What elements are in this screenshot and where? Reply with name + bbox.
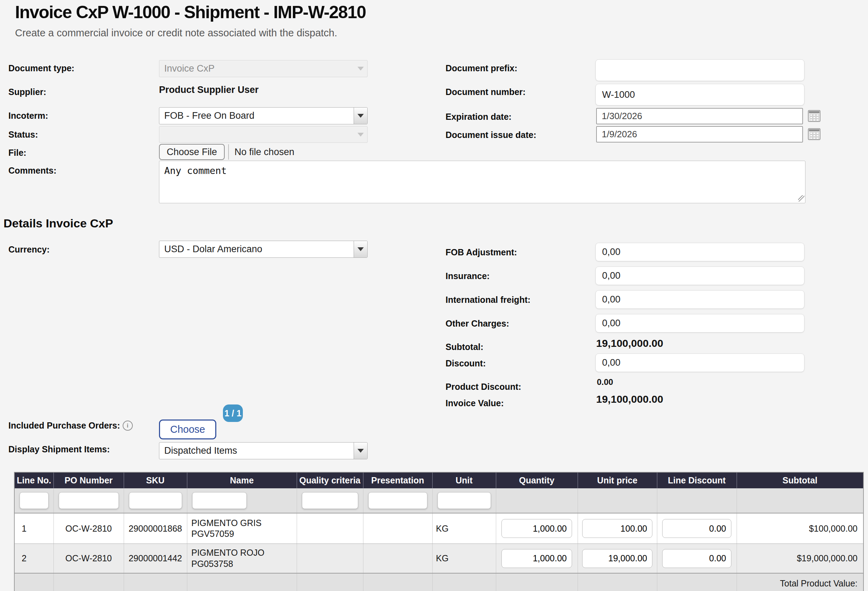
subtotal-value: 19,100,000.00	[596, 338, 663, 349]
col-header-name: Name	[187, 472, 297, 488]
table-header-row: Line No. PO Number SKU Name Quality crit…	[14, 472, 864, 488]
document-type-label: Document type:	[8, 63, 74, 73]
document-type-value: Invoice CxP	[159, 60, 354, 77]
cell-line-no: 2	[14, 544, 53, 573]
cell-sku: 29000001868	[124, 513, 187, 544]
comments-textarea[interactable]: Any comment	[159, 161, 806, 203]
cell-sku: 29000001442	[124, 544, 187, 573]
file-divider	[228, 144, 229, 160]
incoterm-label: Incoterm:	[8, 111, 48, 121]
col-header-line-discount: Line Discount	[657, 472, 737, 488]
cell-unit: KG	[432, 513, 496, 544]
other-charges-label: Other Charges:	[446, 318, 509, 329]
line-discount-input[interactable]	[662, 549, 731, 568]
chevron-down-icon[interactable]	[354, 241, 367, 258]
col-header-subtotal: Subtotal	[737, 472, 864, 488]
included-purchase-orders-label: Included Purchase Orders: i	[8, 420, 133, 431]
page-subtitle: Create a commercial invoice or credit no…	[15, 27, 337, 39]
cell-quality-criteria	[297, 513, 363, 544]
invoice-value-value: 19,100,000.00	[596, 393, 663, 405]
status-select	[159, 126, 368, 143]
table-footer-row: Total Product Value: $19,100,000.00	[14, 573, 864, 591]
subtotal-label: Subtotal:	[446, 342, 483, 352]
expiration-date-input[interactable]	[596, 108, 803, 124]
expiration-date-label: Expiration date:	[446, 112, 512, 122]
col-header-line-no: Line No.	[14, 472, 53, 488]
cell-po-number: OC-W-2810	[53, 513, 124, 544]
col-header-quantity: Quantity	[496, 472, 578, 488]
quantity-input[interactable]	[502, 549, 572, 568]
line-discount-input[interactable]	[662, 519, 731, 538]
details-section-heading: Details Invoice CxP	[3, 217, 113, 230]
chevron-down-icon[interactable]	[354, 442, 367, 459]
supplier-label: Supplier:	[8, 87, 46, 97]
document-prefix-label: Document prefix:	[446, 63, 518, 73]
col-header-sku: SKU	[124, 472, 187, 488]
document-number-input[interactable]	[595, 84, 805, 106]
col-header-po-number: PO Number	[53, 472, 124, 488]
product-discount-value: 0.00	[597, 377, 613, 387]
filter-input-quality-criteria[interactable]	[302, 492, 358, 509]
col-header-unit-price: Unit price	[578, 472, 657, 488]
fob-adjustment-input[interactable]	[595, 243, 805, 261]
table-filter-row	[14, 488, 864, 513]
cell-subtotal: $100,000.00	[737, 513, 864, 544]
cell-quality-criteria	[297, 544, 363, 573]
col-header-quality-criteria: Quality criteria	[297, 472, 363, 488]
info-icon[interactable]: i	[123, 420, 133, 431]
discount-label: Discount:	[446, 358, 486, 368]
table-row: 2 OC-W-2810 29000001442 PIGMENTO ROJO PG…	[14, 544, 864, 573]
document-prefix-input[interactable]	[595, 59, 805, 81]
other-charges-input[interactable]	[595, 314, 805, 333]
invoice-value-label: Invoice Value:	[446, 398, 504, 408]
currency-label: Currency:	[8, 245, 50, 255]
currency-value: USD - Dolar Americano	[159, 241, 354, 258]
chevron-down-icon	[354, 127, 367, 143]
items-table: Line No. PO Number SKU Name Quality crit…	[14, 472, 864, 591]
po-count-badge: 1 / 1	[223, 404, 243, 422]
filter-input-unit[interactable]	[437, 492, 491, 509]
international-freight-label: International freight:	[446, 295, 530, 305]
quantity-input[interactable]	[502, 519, 572, 538]
page-title: Invoice CxP W-1000 - Shipment - IMP-W-28…	[15, 2, 366, 22]
file-input-control[interactable]: Choose File No file chosen	[159, 144, 294, 160]
filter-input-presentation[interactable]	[368, 492, 427, 509]
chevron-down-icon[interactable]	[354, 108, 367, 124]
currency-select[interactable]: USD - Dolar Americano	[159, 241, 368, 258]
choose-purchase-orders-button[interactable]: Choose	[159, 420, 216, 439]
document-number-label: Document number:	[446, 87, 526, 97]
calendar-icon[interactable]	[808, 128, 821, 140]
filter-input-po-number[interactable]	[59, 492, 119, 509]
cell-unit: KG	[432, 544, 496, 573]
cell-presentation	[363, 513, 432, 544]
status-label: Status:	[8, 130, 38, 140]
incoterm-value: FOB - Free On Board	[159, 108, 354, 124]
filter-input-line-no[interactable]	[19, 492, 49, 509]
display-shipment-items-value: Dispatched Items	[159, 442, 354, 459]
unit-price-input[interactable]	[582, 549, 652, 568]
product-name: PIGMENTO GRIS	[192, 518, 297, 529]
international-freight-input[interactable]	[595, 290, 805, 309]
comments-label: Comments:	[8, 165, 57, 176]
document-issue-date-input[interactable]	[596, 126, 803, 143]
cell-name: PIGMENTO GRIS PGV57059	[187, 513, 297, 544]
product-code: PGV57059	[192, 529, 297, 539]
filter-input-name[interactable]	[192, 492, 247, 509]
insurance-label: Insurance:	[446, 271, 490, 281]
items-table-wrapper: Line No. PO Number SKU Name Quality crit…	[14, 472, 863, 591]
insurance-input[interactable]	[595, 267, 805, 285]
document-type-select: Invoice CxP	[159, 60, 368, 77]
choose-file-button[interactable]: Choose File	[159, 144, 225, 160]
product-name: PIGMENTO ROJO	[192, 547, 297, 558]
supplier-value: Product Supplier User	[159, 84, 258, 95]
display-shipment-items-select[interactable]: Dispatched Items	[159, 442, 368, 459]
included-purchase-orders-text: Included Purchase Orders:	[8, 420, 120, 431]
discount-input[interactable]	[595, 354, 805, 372]
unit-price-input[interactable]	[582, 519, 652, 538]
chevron-down-icon	[354, 60, 367, 77]
fob-adjustment-label: FOB Adjustment:	[446, 247, 517, 258]
filter-input-sku[interactable]	[129, 492, 182, 509]
incoterm-select[interactable]: FOB - Free On Board	[159, 107, 368, 124]
cell-line-no: 1	[14, 513, 53, 544]
calendar-icon[interactable]	[808, 110, 821, 122]
